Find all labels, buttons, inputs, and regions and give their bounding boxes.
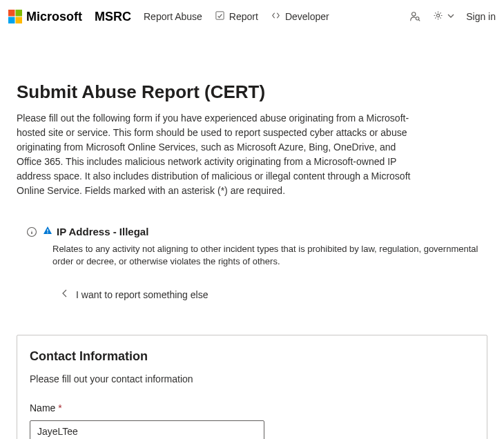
incident-label-text: IP Address - Illegal: [57, 226, 148, 237]
microsoft-logo-text: Microsoft: [26, 10, 82, 24]
name-input[interactable]: [30, 420, 264, 439]
settings-dropdown[interactable]: [432, 10, 455, 24]
name-field-label: Name *: [30, 402, 474, 413]
code-icon: [271, 10, 281, 23]
nav-developer[interactable]: Developer: [271, 10, 329, 23]
top-navigation: Microsoft MSRC Report Abuse Report Devel…: [0, 0, 504, 33]
chevron-down-icon: [447, 10, 455, 23]
nav-left-group: Microsoft MSRC Report Abuse Report Devel…: [8, 10, 329, 24]
microsoft-logo-icon: [8, 10, 22, 23]
nav-report-abuse[interactable]: Report Abuse: [144, 11, 202, 22]
report-something-else-link[interactable]: I want to report something else: [61, 289, 487, 300]
msrc-link[interactable]: MSRC: [95, 10, 131, 24]
incident-label: IP Address - Illegal: [43, 226, 148, 237]
incident-type-block: IP Address - Illegal Relates to any acti…: [26, 226, 487, 300]
name-label-text: Name: [30, 402, 58, 413]
svg-rect-4: [216, 12, 224, 19]
svg-point-6: [416, 17, 420, 20]
incident-description: Relates to any activity not aligning to …: [52, 243, 487, 268]
svg-rect-3: [16, 17, 23, 24]
info-icon[interactable]: [26, 226, 37, 237]
svg-point-7: [437, 14, 440, 17]
back-link-text: I want to report something else: [76, 289, 208, 300]
warning-icon: [43, 226, 52, 237]
section-description: Please fill out your contact information: [30, 373, 474, 384]
nav-report[interactable]: Report: [215, 10, 258, 23]
svg-rect-0: [8, 10, 15, 17]
svg-point-5: [412, 12, 416, 16]
svg-rect-1: [16, 10, 23, 17]
svg-rect-2: [8, 17, 15, 24]
chevron-left-icon: [61, 289, 69, 300]
svg-point-9: [47, 232, 48, 233]
incident-header: IP Address - Illegal: [26, 226, 487, 237]
nav-right-group: Sign in: [409, 10, 496, 24]
report-icon: [215, 10, 225, 23]
section-title: Contact Information: [30, 349, 474, 364]
page-description: Please fill out the following form if yo…: [17, 111, 417, 198]
nav-developer-label: Developer: [285, 11, 329, 22]
microsoft-logo-link[interactable]: Microsoft: [8, 10, 82, 24]
gear-icon: [432, 10, 444, 24]
person-search-icon[interactable]: [409, 10, 421, 23]
contact-information-card: Contact Information Please fill out your…: [17, 335, 487, 439]
main-content: Submit Abuse Report (CERT) Please fill o…: [0, 33, 504, 439]
required-indicator: *: [58, 402, 61, 413]
nav-report-label: Report: [229, 11, 258, 22]
page-title: Submit Abuse Report (CERT): [17, 81, 487, 103]
signin-link[interactable]: Sign in: [466, 11, 496, 22]
